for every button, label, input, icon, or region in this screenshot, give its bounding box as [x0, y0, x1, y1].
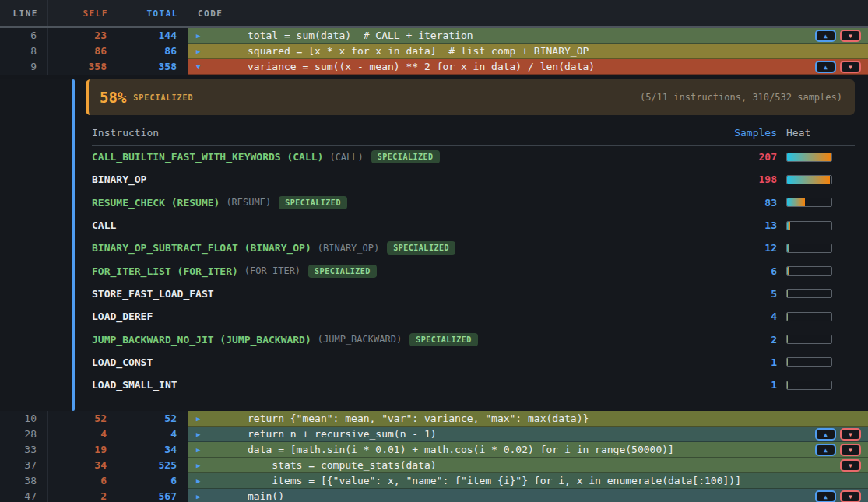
code-row[interactable]: 28 4 4 ▶ return n + recursive_sum(n - 1)…	[0, 427, 868, 442]
self-samples: 52	[48, 411, 118, 427]
line-number: 38	[0, 473, 48, 489]
instruction-row: FOR_ITER_LIST (FOR_ITER) (FOR_ITER) SPEC…	[92, 259, 832, 282]
jump-down-button[interactable]: ▼	[840, 428, 861, 441]
code-cell[interactable]: ▶ squared = [x * x for x in data] # list…	[188, 44, 868, 59]
col-header-line: LINE	[0, 0, 48, 26]
instruction-name: LOAD_CONST	[92, 356, 153, 368]
jump-up-button[interactable]: ▲	[815, 490, 836, 502]
code-row[interactable]: 38 6 6 ▶ items = [{"value": x, "name": f…	[0, 473, 868, 489]
expansion-indicator-line	[72, 79, 75, 411]
expand-caret-icon[interactable]: ▶	[196, 28, 209, 44]
code-row[interactable]: 10 52 52 ▶ return {"mean": mean, "var": …	[0, 411, 868, 427]
total-samples: 525	[118, 458, 188, 473]
instruction-name: LOAD_SMALL_INT	[92, 379, 177, 391]
code-row[interactable]: 9 358 358 ▼ variance = sum((x - mean) **…	[0, 59, 868, 75]
heat-bar	[786, 221, 832, 230]
expand-caret-icon[interactable]: ▶	[196, 489, 209, 502]
code-cell[interactable]: ▶ items = [{"value": x, "name": f"item_{…	[188, 473, 868, 489]
col-header-total[interactable]: TOTAL	[118, 0, 188, 26]
col-header-instruction: Instruction	[92, 127, 722, 139]
instruction-row: BINARY_OP_SUBTRACT_FLOAT (BINARY_OP) (BI…	[92, 237, 832, 259]
sample-count: 1	[722, 379, 777, 391]
source-code: items = [{"value": x, "name": f"item_{i}…	[209, 473, 741, 489]
total-samples: 4	[118, 427, 188, 442]
jump-buttons: ▲ ▼	[815, 428, 861, 441]
line-number: 37	[0, 458, 48, 473]
specialized-badge: SPECIALIZED	[409, 333, 478, 346]
heat-bar	[786, 198, 832, 207]
code-cell[interactable]: ▶ main() ▲ ▼	[188, 489, 868, 502]
jump-up-button[interactable]: ▲	[815, 61, 836, 73]
heat-bar	[786, 312, 832, 321]
total-samples: 6	[118, 473, 188, 489]
heat-bar-fill	[787, 222, 790, 230]
code-cell[interactable]: ▶ return {"mean": mean, "var": variance,…	[188, 411, 868, 427]
top-code-rows: 6 23 144 ▶ total = sum(data) # CALL + it…	[0, 28, 868, 75]
code-cell[interactable]: ▶ data = [math.sin(i * 0.01) + math.cos(…	[188, 442, 868, 458]
expand-caret-icon[interactable]: ▶	[196, 411, 209, 427]
jump-up-button[interactable]: ▲	[815, 444, 836, 456]
expand-caret-icon[interactable]: ▶	[196, 44, 209, 59]
source-code: return {"mean": mean, "var": variance, "…	[209, 411, 589, 427]
heat-bar-fill	[787, 381, 788, 389]
code-cell[interactable]: ▶ stats = compute_stats(data) ▼	[188, 458, 868, 473]
jump-up-button[interactable]: ▲	[815, 428, 836, 441]
instruction-row: JUMP_BACKWARD_NO_JIT (JUMP_BACKWARD) (JU…	[92, 328, 832, 350]
sample-count: 83	[722, 197, 777, 209]
jump-up-button[interactable]: ▲	[815, 30, 836, 42]
instruction-name: RESUME_CHECK (RESUME)	[92, 197, 220, 209]
specialized-badge: SPECIALIZED	[308, 265, 377, 278]
jump-down-button[interactable]: ▼	[840, 61, 861, 73]
total-samples: 567	[118, 489, 188, 502]
specialized-badge: SPECIALIZED	[279, 196, 347, 209]
jump-down-button[interactable]: ▼	[840, 30, 861, 42]
self-samples: 23	[48, 28, 118, 44]
expand-caret-icon[interactable]: ▶	[196, 442, 209, 458]
line-number: 9	[0, 59, 48, 75]
heat-bar	[786, 357, 832, 367]
code-row[interactable]: 8 86 86 ▶ squared = [x * x for x in data…	[0, 44, 868, 59]
code-row[interactable]: 33 19 34 ▶ data = [math.sin(i * 0.01) + …	[0, 442, 868, 458]
code-row[interactable]: 37 34 525 ▶ stats = compute_stats(data) …	[0, 458, 868, 473]
sample-count: 198	[722, 174, 777, 185]
instruction-name: BINARY_OP_SUBTRACT_FLOAT (BINARY_OP)	[92, 242, 311, 254]
col-header-samples[interactable]: Samples	[722, 127, 777, 139]
col-header-self[interactable]: SELF	[48, 0, 118, 26]
jump-down-button[interactable]: ▼	[840, 459, 861, 472]
instruction-base-opcode: (CALL)	[329, 152, 363, 163]
jump-buttons: ▲ ▼	[815, 30, 861, 42]
jump-down-button[interactable]: ▼	[840, 444, 861, 456]
col-header-code: CODE	[188, 0, 868, 26]
instruction-name: BINARY_OP	[92, 174, 146, 185]
code-row[interactable]: 6 23 144 ▶ total = sum(data) # CALL + it…	[0, 28, 868, 44]
code-row[interactable]: 47 2 567 ▶ main() ▲ ▼	[0, 489, 868, 502]
sample-count: 13	[722, 219, 777, 231]
line-number: 6	[0, 28, 48, 44]
expand-caret-icon[interactable]: ▶	[196, 458, 209, 473]
jump-down-button[interactable]: ▼	[840, 490, 861, 502]
code-cell[interactable]: ▼ variance = sum((x - mean) ** 2 for x i…	[188, 59, 868, 75]
source-code: return n + recursive_sum(n - 1)	[209, 427, 437, 442]
heat-bar	[786, 381, 832, 390]
source-code: main()	[209, 489, 284, 502]
code-cell[interactable]: ▶ total = sum(data) # CALL + iteration ▲…	[188, 28, 868, 44]
source-code: total = sum(data) # CALL + iteration	[209, 28, 473, 44]
instruction-name: FOR_ITER_LIST (FOR_ITER)	[92, 265, 238, 277]
specialization-banner: 58% SPECIALIZED (5/11 instructions, 310/…	[86, 79, 855, 115]
expand-caret-icon[interactable]: ▼	[196, 59, 209, 75]
code-cell[interactable]: ▶ return n + recursive_sum(n - 1) ▲ ▼	[188, 427, 868, 442]
instruction-name: STORE_FAST_LOAD_FAST	[92, 288, 214, 300]
expand-caret-icon[interactable]: ▶	[196, 473, 209, 489]
table-header: LINE SELF TOTAL CODE	[0, 0, 868, 28]
expand-caret-icon[interactable]: ▶	[196, 427, 209, 442]
profiler-app: LINE SELF TOTAL CODE 6 23 144 ▶ total = …	[0, 0, 868, 502]
instruction-row: LOAD_DEREF 4	[92, 305, 832, 328]
heat-bar	[786, 335, 832, 344]
heat-bar-fill	[787, 335, 788, 343]
self-samples: 2	[48, 489, 118, 502]
sample-count: 5	[722, 288, 777, 300]
jump-buttons: ▼	[840, 459, 861, 472]
heat-bar	[786, 175, 832, 184]
heat-bar-fill	[787, 290, 788, 297]
heat-bar-fill	[787, 313, 788, 321]
